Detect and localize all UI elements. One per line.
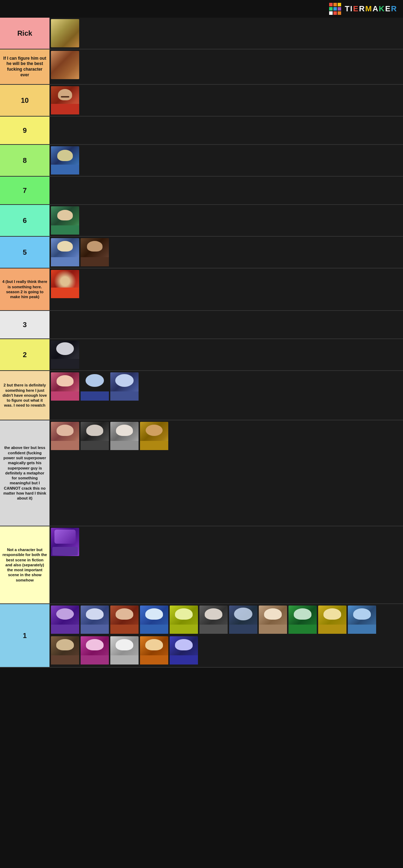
tier-row-rick: Rick <box>0 18 403 49</box>
tier-content-8 <box>49 145 403 176</box>
tier-row-9: 9 <box>0 117 403 145</box>
rubik-cube-icon <box>329 3 341 15</box>
char-box <box>81 606 109 634</box>
tier-content-2 <box>49 339 403 370</box>
tier-label-rick: Rick <box>0 18 49 49</box>
tier-label-2but: 2 but there is definitely something here… <box>0 371 49 420</box>
header: TiERMaKeR <box>0 0 403 18</box>
char-box <box>51 636 79 665</box>
tier-content-rick <box>49 18 403 49</box>
char-box <box>170 606 198 634</box>
char-box <box>51 86 79 114</box>
char-box <box>110 422 139 450</box>
tier-list: Rick If I can figure him out he will be … <box>0 18 403 668</box>
char-box <box>259 606 287 634</box>
tier-row-3: 3 <box>0 311 403 339</box>
char-box <box>110 636 139 665</box>
tier-content-4 <box>49 268 403 310</box>
tier-content-3 <box>49 311 403 338</box>
char-box <box>81 422 109 450</box>
char-box <box>170 636 198 665</box>
char-box <box>81 372 109 401</box>
tier-label-figureout: If I can figure him out he will be the b… <box>0 49 49 84</box>
tier-content-figureout <box>49 49 403 84</box>
tier-label-above: the above tier but less confident (fucki… <box>0 420 49 526</box>
tier-row-8: 8 <box>0 145 403 177</box>
char-box <box>288 606 317 634</box>
tier-label-7: 7 <box>0 177 49 204</box>
tier-row-7: 7 <box>0 177 403 205</box>
char-box <box>51 238 79 266</box>
tier-label-6: 6 <box>0 205 49 236</box>
tier-label-8: 8 <box>0 145 49 176</box>
tier-row-1: 1 <box>0 604 403 668</box>
char-box <box>318 606 346 634</box>
tier-content-1 <box>49 604 403 667</box>
char-box <box>51 341 79 369</box>
tier-label-4: 4 (but I really think there is something… <box>0 268 49 310</box>
tier-row-5: 5 <box>0 237 403 268</box>
char-box <box>140 606 168 634</box>
tier-row-nota: Not a character but responsible for both… <box>0 526 403 604</box>
char-box <box>81 636 109 665</box>
char-box <box>51 19 79 47</box>
char-box <box>110 372 139 401</box>
tier-label-9: 9 <box>0 117 49 144</box>
logo-text: TiERMaKeR <box>345 4 397 13</box>
tier-content-above <box>49 420 403 526</box>
char-box <box>348 606 376 634</box>
char-box <box>229 606 257 634</box>
tier-label-5: 5 <box>0 237 49 268</box>
tier-row-6: 6 <box>0 205 403 237</box>
char-box <box>51 528 79 556</box>
tier-row-10: 10 <box>0 85 403 117</box>
char-box <box>51 51 79 79</box>
char-box <box>51 606 79 634</box>
tier-label-3: 3 <box>0 311 49 338</box>
char-box <box>51 270 79 298</box>
tier-content-6 <box>49 205 403 236</box>
char-box <box>51 372 79 401</box>
char-box <box>51 422 79 450</box>
char-box <box>140 422 168 450</box>
tier-content-9 <box>49 117 403 144</box>
tier-row-above: the above tier but less confident (fucki… <box>0 420 403 526</box>
char-box <box>140 636 168 665</box>
tier-content-10 <box>49 85 403 116</box>
char-box <box>110 606 139 634</box>
tier-label-2: 2 <box>0 339 49 370</box>
char-box <box>199 606 228 634</box>
char-box <box>51 206 79 235</box>
tier-label-1: 1 <box>0 604 49 667</box>
char-box <box>51 146 79 175</box>
tier-content-nota <box>49 526 403 603</box>
tier-row-figureout: If I can figure him out he will be the b… <box>0 49 403 85</box>
tier-content-7 <box>49 177 403 204</box>
tier-row-4: 4 (but I really think there is something… <box>0 268 403 311</box>
char-box <box>81 238 109 266</box>
tier-row-2but: 2 but there is definitely something here… <box>0 371 403 420</box>
tier-row-2: 2 <box>0 339 403 371</box>
tier-label-10: 10 <box>0 85 49 116</box>
tier-content-2but <box>49 371 403 420</box>
tiermaker-logo: TiERMaKeR <box>329 3 397 15</box>
tier-label-nota: Not a character but responsible for both… <box>0 526 49 603</box>
tier-content-5 <box>49 237 403 268</box>
